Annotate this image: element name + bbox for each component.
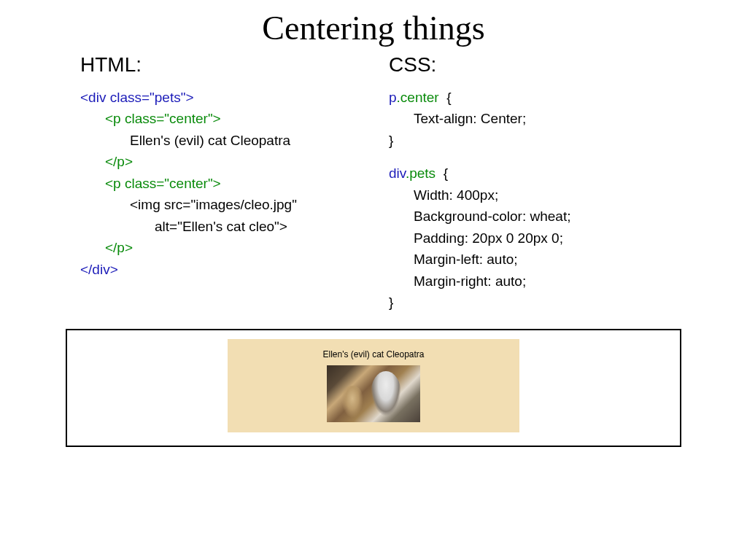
css-rule-line: Text-align: Center;	[389, 108, 674, 129]
example-caption: Ellen's (evil) cat Cleopatra	[228, 349, 519, 359]
code-line: <img src="images/cleo.jpg"	[80, 194, 365, 215]
css-selector-line: p.center {	[389, 87, 674, 108]
example-frame: Ellen's (evil) cat Cleopatra	[66, 329, 681, 447]
example-wheat-box: Ellen's (evil) cat Cleopatra	[228, 339, 519, 432]
code-line: <p class="center">	[80, 108, 365, 129]
slide-title: Centering things	[0, 0, 747, 53]
code-line: <div class="pets">	[80, 87, 365, 108]
css-close-brace: }	[389, 292, 674, 313]
code-line: Ellen's (evil) cat Cleopatra	[80, 130, 365, 151]
css-code-block: p.center {Text-align: Center;}div.pets {…	[389, 87, 674, 313]
css-column: CSS: p.center {Text-align: Center;}div.p…	[383, 53, 674, 313]
html-column: HTML: <div class="pets"><p class="center…	[80, 53, 383, 313]
css-rule-line: Margin-left: auto;	[389, 249, 674, 270]
code-line: </p>	[80, 237, 365, 258]
code-line: </div>	[80, 259, 365, 280]
css-rule-line: Background-color: wheat;	[389, 206, 674, 227]
code-line: <p class="center">	[80, 173, 365, 194]
html-code-block: <div class="pets"><p class="center">Elle…	[80, 87, 365, 280]
columns: HTML: <div class="pets"><p class="center…	[0, 53, 747, 313]
css-close-brace: }	[389, 130, 674, 151]
css-rule-line: Width: 400px;	[389, 184, 674, 206]
example-cat-image	[327, 365, 420, 422]
css-heading: CSS:	[389, 53, 674, 77]
html-heading: HTML:	[80, 53, 365, 77]
css-rule-line: Margin-right: auto;	[389, 271, 674, 292]
code-line: alt="Ellen's cat cleo">	[80, 216, 365, 237]
css-rule-line: Padding: 20px 0 20px 0;	[389, 228, 674, 249]
css-selector-line: div.pets {	[389, 163, 674, 184]
code-line: </p>	[80, 151, 365, 172]
